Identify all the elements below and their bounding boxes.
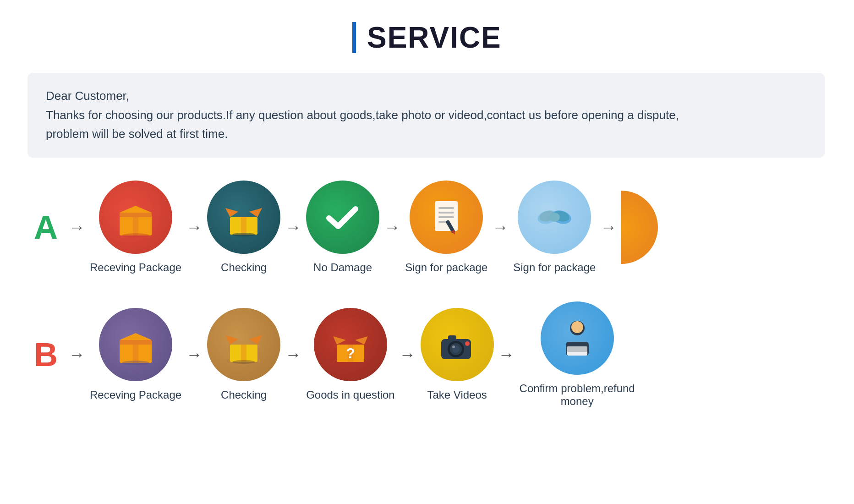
circle-a5 [518, 181, 591, 254]
svg-rect-13 [438, 212, 454, 214]
flow-item-a2: Checking [207, 181, 280, 274]
arrow-0b: → [69, 345, 85, 364]
svg-text:?: ? [346, 345, 355, 362]
svg-rect-49 [567, 346, 587, 352]
svg-point-22 [549, 213, 560, 222]
arrow-4a: → [492, 218, 509, 237]
flow-item-b3: ? Goods in question [306, 308, 394, 401]
flow-item-a1: Receving Package [90, 181, 181, 274]
circle-b4 [421, 308, 494, 381]
label-a4: Sign for package [405, 261, 487, 274]
circle-a2 [207, 181, 280, 254]
svg-point-42 [452, 345, 455, 348]
label-b3: Goods in question [306, 389, 394, 401]
circle-b3: ? [314, 308, 387, 381]
svg-marker-30 [249, 335, 262, 345]
page-title: SERVICE [27, 18, 827, 55]
svg-point-10 [232, 233, 255, 236]
row-b-letter: B [27, 336, 64, 373]
svg-rect-11 [435, 201, 458, 231]
flow-item-a5: Sign for package [513, 181, 596, 274]
label-b5: Confirm problem,refundmoney [520, 382, 635, 408]
circle-b1 [99, 308, 172, 381]
arrow-1a: → [186, 218, 203, 237]
row-a-letter: A [27, 208, 64, 246]
flow-item-a3: No Damage [306, 181, 379, 274]
svg-point-32 [232, 360, 255, 364]
svg-rect-3 [133, 213, 138, 236]
arrow-4b: → [498, 345, 515, 364]
flow-item-a4: Sign for package [405, 181, 487, 274]
label-a2: Checking [221, 261, 267, 274]
circle-a4 [410, 181, 483, 254]
svg-point-4 [122, 233, 149, 238]
label-b4: Take Videos [427, 389, 487, 401]
label-a1: Receving Package [90, 261, 181, 274]
svg-marker-25 [120, 333, 152, 340]
svg-rect-9 [241, 217, 246, 235]
flow-item-b2: Checking [207, 308, 280, 401]
svg-rect-43 [448, 335, 456, 340]
svg-rect-26 [133, 340, 138, 363]
notice-line2: Thanks for choosing our products.If any … [46, 106, 806, 125]
svg-rect-12 [438, 207, 454, 209]
flow-item-b5: Confirm problem,refundmoney [520, 301, 635, 408]
svg-point-27 [122, 361, 149, 365]
flow-row-b: B → Receving Package → [27, 301, 827, 408]
arrow-2a: → [285, 218, 301, 237]
circle-b5 [541, 301, 614, 375]
notice-line3: problem will be solved at first time. [46, 125, 806, 144]
svg-marker-2 [120, 206, 152, 213]
flow-item-b1: Receving Package [90, 308, 181, 401]
circle-a3 [306, 181, 379, 254]
notice-line1: Dear Customer, [46, 87, 806, 106]
svg-marker-6 [225, 208, 238, 217]
svg-rect-14 [438, 216, 454, 218]
arrow-3b: → [400, 345, 416, 364]
arrow-2b: → [285, 345, 301, 364]
arrow-1b: → [186, 345, 203, 364]
label-b1: Receving Package [90, 389, 181, 401]
circle-b2 [207, 308, 280, 381]
svg-marker-7 [249, 208, 262, 217]
notice-box: Dear Customer, Thanks for choosing our p… [27, 73, 825, 158]
svg-point-44 [465, 341, 470, 346]
svg-marker-34 [333, 336, 346, 345]
title-bar-icon [352, 22, 356, 53]
circle-a1 [99, 181, 172, 254]
svg-marker-35 [355, 336, 368, 345]
label-b2: Checking [221, 389, 267, 401]
flow-row-a: A → [27, 181, 827, 274]
label-a3: No Damage [313, 261, 372, 274]
title-text: SERVICE [367, 21, 502, 54]
arrow-3a: → [384, 218, 400, 237]
arrow-0a: → [69, 218, 85, 237]
label-a5: Sign for package [513, 261, 596, 274]
svg-point-46 [571, 321, 583, 333]
partial-circle-a [621, 191, 658, 264]
arrow-5a: → [600, 218, 617, 237]
svg-rect-31 [241, 345, 246, 362]
svg-marker-29 [225, 335, 238, 345]
flow-item-b4: Take Videos [421, 308, 494, 401]
